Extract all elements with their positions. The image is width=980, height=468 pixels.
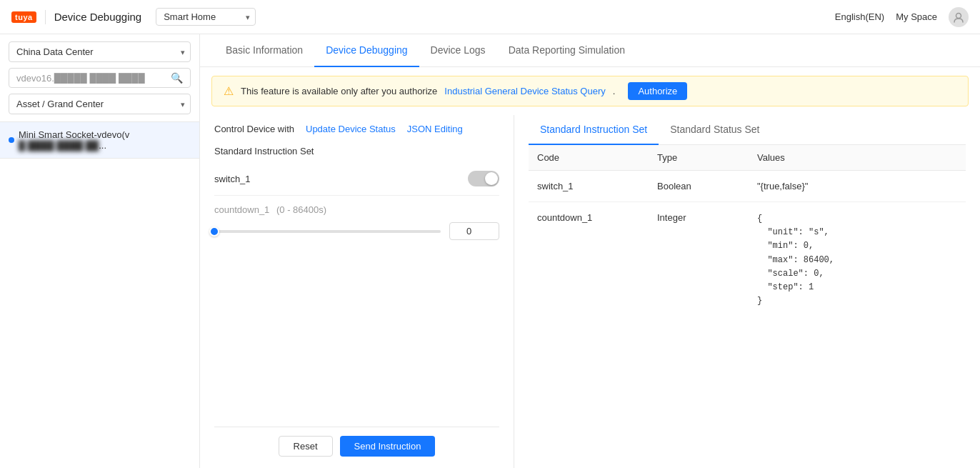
tab-device-debugging[interactable]: Device Debugging bbox=[314, 34, 419, 67]
device-name: Mini Smart Socket-vdevo(v█ ████ ████ ██.… bbox=[19, 129, 191, 151]
row-type: Boolean bbox=[657, 181, 757, 191]
warning-text2: . bbox=[613, 86, 616, 96]
send-instruction-button[interactable]: Send Instruction bbox=[340, 436, 436, 457]
table-row: countdown_1 Integer { "unit": "s", "min"… bbox=[529, 202, 966, 318]
switch-toggle[interactable] bbox=[468, 171, 499, 186]
region-wrapper[interactable]: China Data Center bbox=[9, 41, 191, 62]
json-editing-link[interactable]: JSON Editing bbox=[407, 124, 463, 134]
col-values: Values bbox=[757, 152, 957, 163]
slider-track bbox=[214, 230, 441, 233]
toggle-knob bbox=[485, 172, 498, 185]
left-panel: Control Device with Update Device Status… bbox=[200, 115, 514, 468]
control-label: Control Device with bbox=[214, 124, 294, 134]
bottom-buttons: Reset Send Instruction bbox=[214, 427, 499, 457]
reset-button[interactable]: Reset bbox=[279, 436, 333, 457]
app-selector[interactable]: Smart Home bbox=[156, 8, 256, 26]
control-header: Control Device with Update Device Status… bbox=[214, 115, 499, 140]
tab-basic-information[interactable]: Basic Information bbox=[214, 34, 314, 67]
myspace-link[interactable]: My Space bbox=[896, 11, 937, 22]
right-tab-standard-status[interactable]: Standard Status Set bbox=[659, 115, 771, 145]
tab-device-logs[interactable]: Device Logs bbox=[419, 34, 497, 67]
avatar[interactable] bbox=[949, 7, 969, 27]
switch-label: switch_1 bbox=[214, 174, 251, 184]
language-selector[interactable]: English(EN) bbox=[835, 11, 884, 22]
right-tab-standard-instruction[interactable]: Standard Instruction Set bbox=[529, 115, 659, 145]
warning-link[interactable]: Industrial General Device Status Query bbox=[444, 86, 605, 96]
slider-value-input[interactable] bbox=[449, 222, 499, 240]
table-header: Code Type Values bbox=[529, 145, 966, 171]
app-selector-wrapper[interactable]: Smart Home bbox=[156, 8, 256, 26]
col-type: Type bbox=[657, 152, 757, 163]
svg-point-0 bbox=[956, 13, 961, 18]
right-tabs: Standard Instruction Set Standard Status… bbox=[529, 115, 966, 145]
row-code: switch_1 bbox=[537, 181, 657, 191]
main-tabs: Basic Information Device Debugging Devic… bbox=[200, 34, 980, 67]
search-input[interactable] bbox=[16, 73, 166, 84]
panels: Control Device with Update Device Status… bbox=[200, 115, 980, 468]
countdown-range: (0 - 86400s) bbox=[276, 204, 326, 215]
tab-data-reporting-simulation[interactable]: Data Reporting Simulation bbox=[497, 34, 636, 67]
authorize-button[interactable]: Authorize bbox=[628, 82, 687, 100]
region-select[interactable]: China Data Center bbox=[9, 41, 191, 62]
col-code: Code bbox=[537, 152, 657, 163]
search-icon: 🔍 bbox=[171, 72, 183, 84]
asset-select[interactable]: Asset / Grand Center bbox=[9, 94, 191, 114]
header-divider bbox=[45, 10, 46, 24]
avatar-icon bbox=[953, 11, 964, 23]
header-right: English(EN) My Space bbox=[835, 7, 969, 27]
right-table: Code Type Values switch_1 Boolean "{true… bbox=[529, 145, 966, 468]
slider-row bbox=[214, 222, 499, 240]
row-code: countdown_1 bbox=[537, 212, 657, 223]
row-values: "{true,false}" bbox=[757, 181, 957, 191]
countdown-label: countdown_1 (0 - 86400s) bbox=[214, 204, 499, 215]
warning-banner: ⚠ This feature is available only after y… bbox=[211, 76, 969, 106]
asset-wrapper[interactable]: Asset / Grand Center bbox=[9, 94, 191, 114]
section-title: Standard Instruction Set bbox=[214, 140, 499, 162]
sidebar: China Data Center 🔍 Asset / Grand Center… bbox=[0, 34, 200, 468]
right-panel: Standard Instruction Set Standard Status… bbox=[514, 115, 980, 468]
warning-icon: ⚠ bbox=[224, 84, 234, 98]
asset-section: Asset / Grand Center bbox=[9, 94, 191, 114]
countdown-row: countdown_1 (0 - 86400s) bbox=[214, 196, 499, 249]
main-layout: China Data Center 🔍 Asset / Grand Center… bbox=[0, 34, 980, 468]
content-area: Basic Information Device Debugging Devic… bbox=[200, 34, 980, 468]
slider-container bbox=[214, 224, 441, 239]
update-device-status-link[interactable]: Update Device Status bbox=[306, 124, 396, 134]
row-type: Integer bbox=[657, 212, 757, 223]
tuya-logo: tuya bbox=[11, 11, 36, 23]
device-search[interactable]: 🔍 bbox=[9, 68, 191, 88]
row-values: { "unit": "s", "min": 0, "max": 86400, "… bbox=[757, 212, 957, 308]
table-row: switch_1 Boolean "{true,false}" bbox=[529, 171, 966, 202]
app-title: Device Debugging bbox=[54, 11, 142, 23]
device-status-dot bbox=[9, 137, 14, 143]
switch-row: switch_1 bbox=[214, 162, 499, 196]
sidebar-top: China Data Center 🔍 Asset / Grand Center bbox=[0, 34, 199, 122]
warning-text1: This feature is available only after you… bbox=[241, 86, 437, 96]
device-item[interactable]: Mini Smart Socket-vdevo(v█ ████ ████ ██.… bbox=[0, 122, 199, 159]
slider-thumb[interactable] bbox=[209, 226, 219, 237]
app-header: tuya Device Debugging Smart Home English… bbox=[0, 0, 980, 34]
